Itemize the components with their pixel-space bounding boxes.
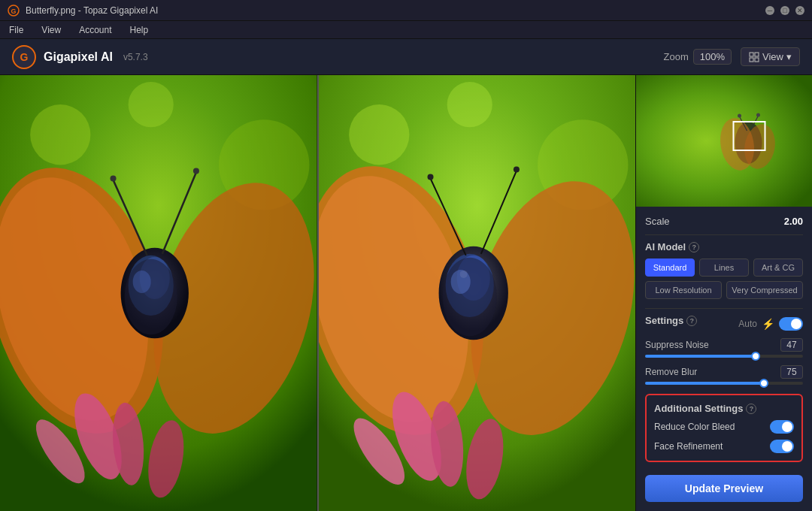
menu-help[interactable]: Help <box>127 23 152 37</box>
suppress-noise-label-row: Suppress Noise 47 <box>645 338 803 352</box>
model-btn-lowres[interactable]: Low Resolution <box>645 281 722 299</box>
window-title: Butterfly.png - Topaz Gigapixel AI <box>26 5 158 16</box>
reduce-color-bleed-toggle[interactable] <box>770 420 794 434</box>
ai-model-title: AI Model ? <box>645 241 803 252</box>
svg-point-27 <box>349 104 409 165</box>
model-btn-row-2: Low Resolution Very Compressed <box>645 281 803 299</box>
svg-point-25 <box>133 271 151 293</box>
remove-blur-label-row: Remove Blur 75 <box>645 365 803 379</box>
settings-content: Scale 2.00 AI Model ? Standard Lines Art… <box>636 207 812 475</box>
scale-label: Scale <box>645 216 670 227</box>
remove-blur-track[interactable] <box>645 382 803 385</box>
thumbnail-area <box>636 75 812 207</box>
view-icon <box>749 52 759 62</box>
main-content: Scale 2.00 AI Model ? Standard Lines Art… <box>0 75 812 511</box>
minimize-button[interactable]: ─ <box>765 6 774 15</box>
window-controls[interactable]: ─ □ ✕ <box>765 6 804 15</box>
remove-blur-fill <box>645 382 764 385</box>
svg-point-24 <box>125 259 177 334</box>
app-header: G Gigapixel AI v5.7.3 Zoom 100% View ▾ <box>0 39 812 75</box>
title-bar: G Butterfly.png - Topaz Gigapixel AI ─ □… <box>0 0 812 21</box>
suppress-noise-thumb <box>751 352 760 361</box>
settings-section-title: Settings ? <box>645 315 697 326</box>
enhanced-image-panel <box>317 75 636 511</box>
settings-help-icon[interactable]: ? <box>686 316 697 326</box>
menu-bar: File View Account Help <box>0 21 812 39</box>
settings-right-controls: Auto ⚡ <box>738 317 803 331</box>
image-area <box>0 75 635 511</box>
update-preview-button[interactable]: Update Preview <box>645 475 803 502</box>
thumbnail-image <box>636 75 812 207</box>
enhanced-image-svg <box>319 75 636 511</box>
svg-rect-5 <box>755 58 759 62</box>
close-button[interactable]: ✕ <box>795 6 804 15</box>
suppress-noise-value[interactable]: 47 <box>780 338 803 352</box>
additional-settings-section: Additional Settings ? Reduce Color Bleed… <box>645 394 803 462</box>
thumbnail-svg <box>636 75 812 207</box>
scale-value: 2.00 <box>784 216 803 227</box>
menu-view[interactable]: View <box>38 23 64 37</box>
additional-settings-help-icon[interactable]: ? <box>746 404 756 414</box>
app-name: Gigapixel AI <box>44 50 113 64</box>
ai-model-section: AI Model ? Standard Lines Art & CG Low R… <box>645 241 803 299</box>
svg-rect-3 <box>755 53 759 56</box>
ai-model-help-icon[interactable]: ? <box>689 242 699 252</box>
enhanced-image <box>319 75 636 511</box>
original-image-panel <box>0 75 317 511</box>
menu-file[interactable]: File <box>6 23 26 37</box>
app-version: v5.7.3 <box>123 52 148 62</box>
reduce-color-bleed-row: Reduce Color Bleed <box>654 420 794 434</box>
svg-text:G: G <box>11 8 16 15</box>
face-refinement-label: Face Refinement <box>654 441 723 452</box>
settings-panel: Scale 2.00 AI Model ? Standard Lines Art… <box>635 75 812 511</box>
svg-point-46 <box>450 270 470 294</box>
model-btn-standard[interactable]: Standard <box>645 259 695 277</box>
menu-account[interactable]: Account <box>76 23 114 37</box>
view-chevron-icon: ▾ <box>786 51 792 62</box>
divider-1 <box>645 234 803 235</box>
header-right: Zoom 100% View ▾ <box>664 47 800 66</box>
auto-label: Auto <box>738 319 757 329</box>
original-image <box>0 75 317 511</box>
face-refinement-row: Face Refinement <box>654 440 794 453</box>
svg-point-7 <box>30 104 90 165</box>
svg-point-40 <box>513 166 519 172</box>
remove-blur-value[interactable]: 75 <box>780 365 803 379</box>
zoom-value[interactable]: 100% <box>693 49 732 65</box>
svg-point-54 <box>756 113 760 117</box>
svg-rect-4 <box>750 58 753 62</box>
app-logo: G <box>12 45 36 69</box>
model-btn-row-1: Standard Lines Art & CG <box>645 259 803 277</box>
model-btn-lines[interactable]: Lines <box>699 259 749 277</box>
maximize-button[interactable]: □ <box>780 6 789 15</box>
scale-row: Scale 2.00 <box>645 216 803 227</box>
svg-rect-2 <box>750 53 753 56</box>
svg-point-9 <box>129 82 174 127</box>
model-btn-verycompressed[interactable]: Very Compressed <box>726 281 803 299</box>
suppress-noise-track[interactable] <box>645 355 803 358</box>
app-logo-area: G Gigapixel AI v5.7.3 <box>12 45 148 69</box>
svg-point-19 <box>193 168 199 174</box>
model-btn-artcg[interactable]: Art & CG <box>753 259 803 277</box>
remove-blur-thumb <box>759 379 768 388</box>
auto-toggle[interactable] <box>779 317 803 331</box>
original-image-svg <box>0 75 317 511</box>
suppress-noise-label: Suppress Noise <box>645 340 709 350</box>
settings-header-row: Settings ? Auto ⚡ <box>645 315 803 332</box>
suppress-noise-slider-row: Suppress Noise 47 <box>645 338 803 358</box>
svg-point-18 <box>111 175 117 181</box>
svg-point-53 <box>738 114 741 118</box>
face-refinement-toggle[interactable] <box>770 440 794 453</box>
reduce-color-bleed-label: Reduce Color Bleed <box>654 422 735 432</box>
svg-point-29 <box>447 82 492 127</box>
view-button[interactable]: View ▾ <box>741 47 800 66</box>
app-icon: G <box>8 5 20 17</box>
additional-settings-title: Additional Settings ? <box>654 403 794 414</box>
lightning-icon: ⚡ <box>762 318 774 330</box>
suppress-noise-fill <box>645 355 756 358</box>
svg-point-45 <box>442 258 496 336</box>
svg-point-39 <box>427 174 433 180</box>
zoom-label: Zoom <box>664 51 689 62</box>
remove-blur-slider-row: Remove Blur 75 <box>645 365 803 385</box>
title-bar-left: G Butterfly.png - Topaz Gigapixel AI <box>8 5 158 17</box>
